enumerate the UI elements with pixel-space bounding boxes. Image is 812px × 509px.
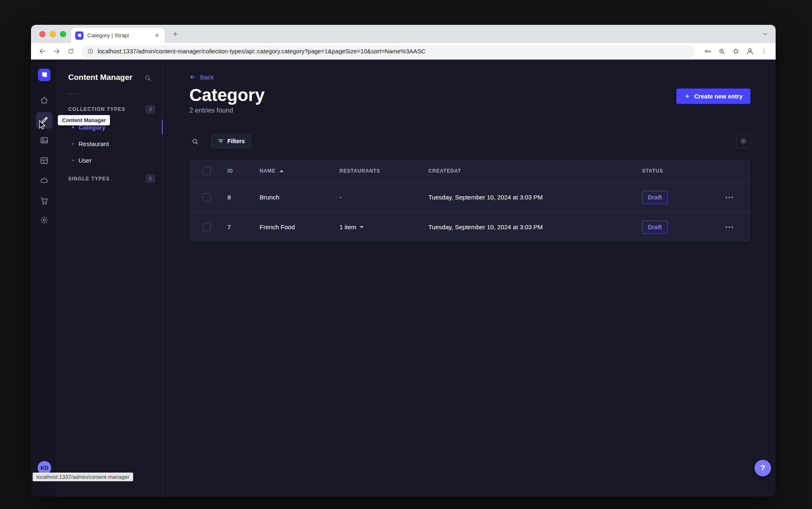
section-label: SINGLE TYPES (68, 176, 110, 182)
back-link[interactable]: Back (189, 74, 214, 81)
entries-count: 2 entries found (189, 107, 233, 114)
list-toolbar: Filters (189, 134, 750, 148)
minimize-window-button[interactable] (50, 31, 56, 37)
bullet-icon (72, 143, 74, 145)
cell-id: 8 (227, 194, 260, 201)
magnifier-plus-icon (718, 47, 726, 55)
sidebar-item-restaurant[interactable]: Restaurant (58, 135, 162, 152)
tab-search-button[interactable] (762, 30, 769, 38)
bullet-icon (72, 159, 74, 161)
close-window-button[interactable] (39, 31, 45, 37)
sidebar-item-user[interactable]: User (58, 152, 162, 168)
filters-button[interactable]: Filters (211, 134, 251, 148)
subnav-divider (68, 94, 78, 94)
fullscreen-window-button[interactable] (60, 31, 66, 37)
gear-icon (40, 216, 49, 225)
new-tab-button[interactable] (170, 29, 180, 39)
col-header-createdat: CREATEDAT (428, 168, 642, 174)
nav-content-manager[interactable] (36, 112, 53, 129)
help-button[interactable]: ? (755, 460, 771, 476)
browser-tab-strip: Category | Strapi × (31, 25, 776, 43)
browser-forward-button[interactable] (51, 46, 62, 57)
strapi-admin: KD Content Manager COLLECTION TYPES 3 Ca… (31, 60, 776, 497)
picture-icon (40, 136, 49, 145)
col-header-id[interactable]: ID (227, 168, 260, 174)
select-all-cell (189, 167, 227, 175)
nav-marketplace[interactable] (36, 192, 53, 209)
cell-status: Draft (642, 221, 725, 234)
plus-icon (172, 30, 179, 38)
row-checkbox[interactable] (203, 193, 211, 202)
table-row[interactable]: 7 French Food 1 item Tuesday, September … (189, 212, 750, 242)
person-icon (745, 47, 755, 56)
shopping-cart-icon (40, 196, 49, 205)
col-header-status: STATUS (642, 168, 725, 174)
select-all-checkbox[interactable] (203, 167, 211, 175)
create-new-entry-button[interactable]: Create new entry (676, 89, 750, 104)
back-arrow-icon (189, 74, 196, 81)
layout-grid-icon (40, 156, 49, 165)
chevron-down-icon (762, 30, 769, 38)
cell-id: 7 (227, 223, 260, 230)
nav-home[interactable] (36, 92, 53, 108)
table-row[interactable]: 8 Brunch - Tuesday, September 10, 2024 a… (189, 182, 750, 212)
cell-status: Draft (642, 191, 725, 204)
single-types-section: SINGLE TYPES 0 (68, 175, 155, 183)
nav-content-type-builder[interactable] (36, 152, 53, 169)
kebab-menu-icon (760, 48, 768, 55)
url-bar[interactable]: localhost:1337/admin/content-manager/col… (81, 45, 695, 58)
browser-back-button[interactable] (37, 46, 48, 57)
close-tab-button[interactable]: × (153, 31, 160, 40)
col-header-name[interactable]: NAME (260, 168, 339, 174)
browser-reload-button[interactable] (65, 46, 76, 57)
active-indicator (162, 120, 163, 134)
home-icon (40, 96, 49, 105)
browser-profile-button[interactable] (744, 46, 756, 57)
row-actions-button[interactable] (725, 224, 734, 230)
browser-window: Category | Strapi × localhost:1337/admin… (31, 25, 776, 497)
window-controls (39, 25, 66, 43)
cell-createdat: Tuesday, September 10, 2024 at 3:03 PM (428, 223, 642, 230)
zoom-button[interactable] (716, 46, 728, 57)
nav-settings[interactable] (36, 212, 53, 228)
row-actions-button[interactable] (725, 194, 734, 201)
main-nav-rail: KD (31, 60, 58, 497)
browser-tab[interactable]: Category | Strapi × (71, 28, 165, 43)
cell-restaurants[interactable]: 1 item (339, 223, 428, 230)
row-checkbox[interactable] (203, 223, 211, 231)
entries-table: ID NAME RESTAURANTS CREATEDAT STATUS 8 B… (189, 160, 750, 242)
browser-toolbar: localhost:1337/admin/content-manager/col… (31, 43, 776, 60)
back-arrow-icon (38, 47, 47, 55)
nav-deploy[interactable] (36, 172, 53, 189)
status-badge: Draft (642, 221, 668, 234)
reload-icon (67, 48, 74, 55)
content-manager-tooltip: Content Manager (58, 115, 110, 125)
nav-media-library[interactable] (36, 132, 53, 149)
row-select-cell (189, 223, 227, 231)
main-content: Back Category 2 entries found Create new… (163, 60, 776, 497)
bookmark-button[interactable] (730, 46, 742, 57)
search-icon (191, 137, 199, 146)
strapi-logo[interactable] (38, 69, 50, 81)
key-icon (704, 47, 712, 55)
password-manager-button[interactable] (702, 46, 714, 57)
cell-name: Brunch (260, 194, 339, 201)
back-label: Back (200, 74, 214, 81)
view-settings-button[interactable] (736, 134, 750, 148)
subnav-title: Content Manager (68, 73, 132, 82)
cloud-icon (40, 176, 49, 185)
col-header-restaurants: RESTAURANTS (339, 168, 428, 174)
browser-menu-button[interactable] (758, 46, 770, 57)
collection-types-section: COLLECTION TYPES 3 (68, 105, 155, 113)
subnav-search-button[interactable] (142, 72, 153, 84)
cell-actions (725, 224, 750, 230)
url-text: localhost:1337/admin/content-manager/col… (98, 48, 425, 55)
strapi-favicon-icon (75, 31, 84, 40)
site-info-icon[interactable] (87, 48, 94, 55)
bullet-icon (72, 126, 74, 128)
cell-actions (725, 194, 750, 201)
filter-icon (217, 138, 224, 144)
status-badge: Draft (642, 191, 668, 204)
table-search-button[interactable] (189, 136, 201, 147)
section-label: COLLECTION TYPES (68, 106, 125, 112)
